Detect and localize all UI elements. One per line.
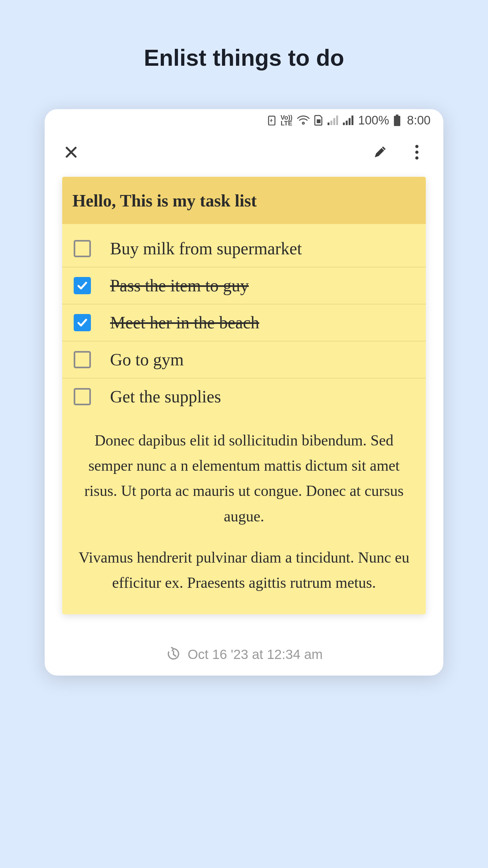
svg-rect-8	[349, 118, 351, 125]
timestamp-row: Oct 16 '23 at 12:34 am	[45, 614, 443, 676]
battery-icon	[394, 115, 401, 126]
note-title: Hello, This is my task list	[72, 191, 416, 211]
task-label: Go to gym	[110, 351, 184, 368]
page-title: Enlist things to do	[144, 45, 344, 71]
volte-icon: Vo))LTE	[280, 115, 292, 126]
svg-rect-5	[336, 116, 338, 125]
svg-rect-4	[333, 118, 335, 125]
svg-point-12	[415, 145, 419, 148]
close-icon[interactable]	[62, 143, 80, 161]
svg-rect-10	[396, 115, 398, 116]
battery-saver-icon	[268, 115, 276, 125]
svg-rect-9	[352, 116, 353, 125]
task-label: Pass the item to guy	[110, 277, 249, 294]
phone-frame: Vo))LTE 100% 8:00 Hello, T	[45, 109, 443, 676]
note-card: Hello, This is my task list Buy milk fro…	[62, 177, 426, 614]
task-label: Meet her in the beach	[110, 314, 259, 331]
svg-rect-3	[330, 121, 332, 125]
status-bar: Vo))LTE 100% 8:00	[45, 109, 443, 131]
task-row: Buy milk from supermarket	[62, 230, 426, 268]
svg-point-14	[415, 156, 419, 160]
task-label: Buy milk from supermarket	[110, 240, 302, 257]
clock-time: 8:00	[407, 114, 431, 127]
battery-percent: 100%	[358, 114, 389, 127]
signal-2-icon	[343, 116, 354, 125]
svg-rect-6	[343, 123, 345, 125]
svg-rect-2	[328, 123, 329, 125]
wifi-icon	[297, 115, 310, 125]
svg-point-13	[415, 151, 419, 154]
task-row: Pass the item to guy	[62, 268, 426, 304]
task-label: Get the supplies	[110, 388, 221, 405]
signal-1-icon	[328, 116, 338, 125]
svg-rect-7	[346, 121, 348, 125]
timestamp-text: Oct 16 '23 at 12:34 am	[188, 647, 323, 662]
task-row: Go to gym	[62, 341, 426, 378]
note-body: Donec dapibus elit id sollicitudin biben…	[62, 415, 426, 614]
note-header: Hello, This is my task list	[62, 177, 426, 224]
task-row: Get the supplies	[62, 378, 426, 415]
edit-icon[interactable]	[371, 143, 389, 161]
task-row: Meet her in the beach	[62, 304, 426, 341]
task-list: Buy milk from supermarket Pass the item …	[62, 224, 426, 415]
app-bar	[45, 131, 443, 173]
task-checkbox[interactable]	[74, 314, 91, 331]
note-paragraph: Vivamus hendrerit pulvinar diam a tincid…	[75, 545, 413, 595]
sim-icon	[314, 115, 323, 126]
task-checkbox[interactable]	[74, 388, 91, 405]
task-checkbox[interactable]	[74, 240, 91, 257]
svg-rect-1	[317, 119, 321, 123]
more-icon[interactable]	[408, 143, 426, 161]
history-icon	[165, 646, 181, 663]
note-paragraph: Donec dapibus elit id sollicitudin biben…	[75, 428, 413, 529]
svg-rect-11	[394, 116, 400, 126]
task-checkbox[interactable]	[74, 277, 91, 294]
task-checkbox[interactable]	[74, 351, 91, 368]
